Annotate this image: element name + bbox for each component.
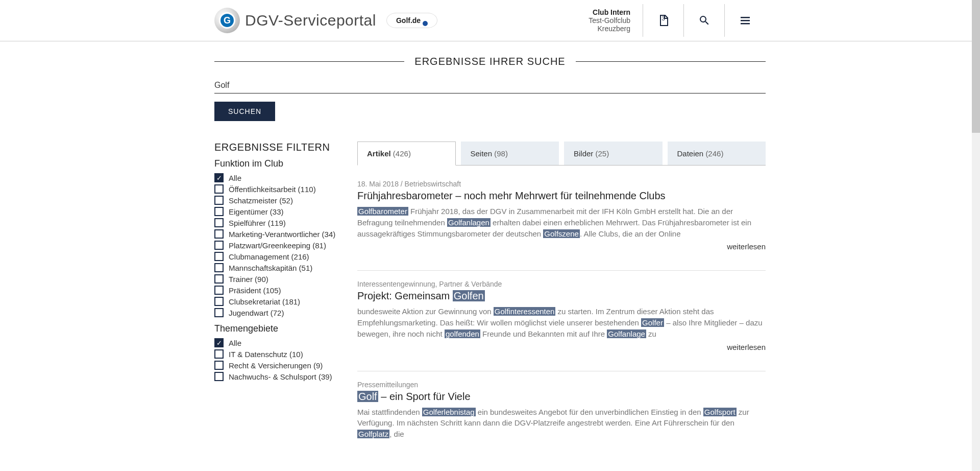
logo-icon: G: [214, 8, 240, 33]
filter-checkbox[interactable]: Platzwart/Greenkeeping (81): [214, 240, 337, 251]
page-title: ERGEBNISSE IHRER SUCHE: [404, 56, 575, 67]
checkbox-icon: [214, 241, 224, 250]
result-title[interactable]: Frühjahresbarometer – noch mehr Mehrwert…: [357, 190, 766, 202]
checkbox-icon: [214, 218, 224, 227]
partner-logo[interactable]: Golf.de: [386, 13, 437, 28]
tab-dateien[interactable]: Dateien (246): [668, 142, 766, 166]
filter-sidebar: ERGEBNISSE FILTERN Funktion im ClubAlleÖ…: [214, 142, 337, 445]
checkbox-icon: [214, 372, 224, 381]
filter-label: IT & Datenschutz (10): [229, 350, 303, 359]
tab-bilder[interactable]: Bilder (25): [564, 142, 663, 166]
filter-checkbox[interactable]: Eigentümer (33): [214, 206, 337, 217]
checkbox-icon: [214, 252, 224, 261]
filter-label: Trainer (90): [229, 275, 268, 284]
filter-checkbox[interactable]: Schatzmeister (52): [214, 195, 337, 206]
filter-label: Mannschaftskapitän (51): [229, 264, 312, 272]
checkbox-icon: [214, 274, 224, 284]
read-more-link[interactable]: weiterlesen: [357, 242, 766, 251]
filter-label: Schatzmeister (52): [229, 196, 293, 205]
filter-label: Marketing-Verantwortlicher (34): [229, 230, 335, 239]
checkbox-icon: [214, 361, 224, 370]
search-input[interactable]: [214, 78, 766, 93]
filter-label: Präsident (105): [229, 286, 281, 295]
result-meta: Pressemitteilungen: [357, 381, 766, 389]
checkbox-icon: [214, 297, 224, 306]
result-excerpt: Golfbarometer Frühjahr 2018, das der DGV…: [357, 206, 766, 239]
result-title[interactable]: Golf – ein Sport für Viele: [357, 391, 766, 403]
filter-checkbox[interactable]: Präsident (105): [214, 285, 337, 296]
filter-checkbox[interactable]: Clubsekretariat (181): [214, 296, 337, 307]
checkbox-icon: [214, 173, 224, 182]
filter-checkbox[interactable]: Recht & Versicherungen (9): [214, 360, 337, 371]
filter-label: Alle: [229, 339, 241, 347]
checkbox-icon: [214, 349, 224, 359]
tab-seiten[interactable]: Seiten (98): [461, 142, 559, 166]
filter-label: Nachwuchs- & Schulsport (39): [229, 372, 332, 381]
header: G DGV-Serviceportal Golf.de Club Intern …: [0, 0, 980, 41]
svg-rect-1: [741, 20, 750, 21]
scrollbar-thumb[interactable]: [972, 0, 980, 133]
search-icon: [698, 14, 710, 27]
checkbox-icon: [214, 207, 224, 216]
logo-block[interactable]: G DGV-Serviceportal: [214, 8, 376, 33]
checkbox-icon: [214, 308, 224, 317]
menu-button[interactable]: [725, 4, 766, 37]
filter-checkbox[interactable]: Jugendwart (72): [214, 307, 337, 318]
search-result: Interessentengewinnung, Partner & Verbän…: [357, 270, 766, 356]
filter-checkbox[interactable]: Spielführer (119): [214, 217, 337, 228]
filter-group-title: Funktion im Club: [214, 158, 337, 169]
dot-icon: [423, 21, 428, 26]
filter-checkbox[interactable]: Öffentlichkeitsarbeit (110): [214, 183, 337, 195]
page-title-wrap: ERGEBNISSE IHRER SUCHE: [214, 56, 766, 67]
filter-label: Spielführer (119): [229, 219, 286, 227]
scrollbar[interactable]: [972, 0, 980, 465]
search-result: 18. Mai 2018 / BetriebswirtschaftFrühjah…: [357, 180, 766, 256]
filter-checkbox[interactable]: IT & Datenschutz (10): [214, 348, 337, 360]
result-excerpt: bundesweite Aktion zur Gewinnung von Gol…: [357, 306, 766, 339]
checkbox-icon: [214, 196, 224, 205]
checkbox-icon: [214, 286, 224, 295]
checkbox-icon: [214, 263, 224, 272]
filter-label: Clubsekretariat (181): [229, 297, 300, 306]
filter-checkbox[interactable]: Trainer (90): [214, 273, 337, 285]
filter-checkbox[interactable]: Marketing-Verantwortlicher (34): [214, 228, 337, 240]
result-meta: 18. Mai 2018 / Betriebswirtschaft: [357, 180, 766, 188]
filter-label: Alle: [229, 174, 241, 182]
search-submit-button[interactable]: SUCHEN: [214, 102, 275, 121]
filter-label: Recht & Versicherungen (9): [229, 361, 323, 370]
filter-group-title: Themengebiete: [214, 323, 337, 334]
result-meta: Interessentengewinnung, Partner & Verbän…: [357, 280, 766, 288]
filter-checkbox[interactable]: Alle: [214, 172, 337, 183]
filter-checkbox[interactable]: Alle: [214, 337, 337, 348]
read-more-link[interactable]: weiterlesen: [357, 343, 766, 351]
result-title[interactable]: Projekt: Gemeinsam Golfen: [357, 290, 766, 302]
result-excerpt: Mai stattfindenden Golferlebnistag ein b…: [357, 407, 766, 440]
hamburger-icon: [739, 14, 751, 27]
documents-button[interactable]: 3: [643, 4, 684, 37]
search-button[interactable]: [684, 4, 725, 37]
filter-label: Jugendwart (72): [229, 309, 284, 317]
filter-label: Clubmanagement (216): [229, 252, 309, 261]
club-info[interactable]: Club Intern Test-Golfclub Kreuzberg: [576, 4, 643, 37]
search-result: PressemitteilungenGolf – ein Sport für V…: [357, 371, 766, 445]
filter-label: Öffentlichkeitsarbeit (110): [229, 185, 316, 194]
filter-checkbox[interactable]: Nachwuchs- & Schulsport (39): [214, 371, 337, 382]
filter-checkbox[interactable]: Mannschaftskapitän (51): [214, 262, 337, 273]
app-title: DGV-Serviceportal: [245, 12, 376, 29]
svg-rect-2: [741, 23, 750, 25]
tab-artikel[interactable]: Artikel (426): [357, 142, 456, 166]
checkbox-icon: [214, 338, 224, 347]
filter-label: Platzwart/Greenkeeping (81): [229, 241, 326, 250]
results-main: Artikel (426)Seiten (98)Bilder (25)Datei…: [357, 142, 766, 445]
results-tabs: Artikel (426)Seiten (98)Bilder (25)Datei…: [357, 142, 766, 166]
checkbox-icon: [214, 229, 224, 239]
svg-rect-0: [741, 17, 750, 18]
filter-checkbox[interactable]: Clubmanagement (216): [214, 251, 337, 262]
filter-heading: ERGEBNISSE FILTERN: [214, 142, 337, 153]
checkbox-icon: [214, 184, 224, 194]
filter-label: Eigentümer (33): [229, 207, 284, 216]
